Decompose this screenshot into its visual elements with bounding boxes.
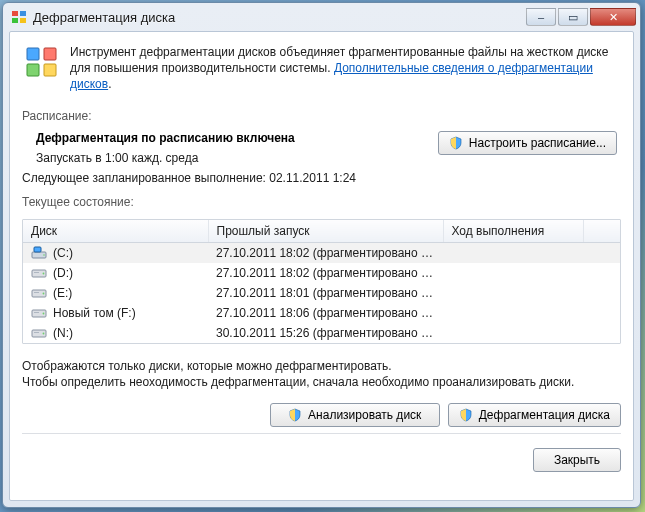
cell-last-run: 27.10.2011 18:02 (фрагментировано 0%) (208, 242, 443, 263)
intro-section: Инструмент дефрагментации дисков объедин… (22, 42, 621, 99)
close-window-button[interactable]: Закрыть (533, 448, 621, 472)
schedule-status: Дефрагментация по расписанию включена (36, 131, 428, 145)
minimize-button[interactable]: – (526, 8, 556, 26)
close-row: Закрыть (22, 442, 621, 472)
svg-rect-1 (20, 11, 26, 16)
title-bar[interactable]: Дефрагментация диска – ▭ ✕ (3, 3, 640, 31)
table-row[interactable]: (E:)27.10.2011 18:01 (фрагментировано 0%… (23, 283, 620, 303)
svg-rect-3 (20, 18, 26, 23)
cell-spacer (583, 242, 620, 263)
svg-point-12 (43, 272, 45, 274)
table-row[interactable]: (D:)27.10.2011 18:02 (фрагментировано 0%… (23, 263, 620, 283)
close-label: Закрыть (554, 453, 600, 467)
drive-icon (31, 246, 47, 260)
svg-rect-13 (34, 272, 39, 273)
schedule-label: Расписание: (22, 109, 621, 123)
col-disk[interactable]: Диск (23, 220, 208, 243)
drive-name: (C:) (53, 246, 73, 260)
defrag-label: Дефрагментация диска (479, 408, 610, 422)
schedule-next-run: Следующее запланированное выполнение: 02… (22, 171, 428, 185)
svg-point-21 (43, 332, 45, 334)
close-button[interactable]: ✕ (590, 8, 636, 26)
intro-text-after: . (108, 77, 111, 91)
drive-name: (D:) (53, 266, 73, 280)
schedule-info: Дефрагментация по расписанию включена За… (36, 131, 428, 185)
cell-disk: (D:) (23, 263, 208, 283)
col-last-run[interactable]: Прошлый запуск (208, 220, 443, 243)
disk-table-container: Диск Прошлый запуск Ход выполнения (C:)2… (22, 219, 621, 344)
configure-schedule-label: Настроить расписание... (469, 136, 606, 150)
cell-disk: (N:) (23, 323, 208, 343)
svg-rect-7 (44, 64, 56, 76)
svg-rect-22 (34, 332, 39, 333)
svg-rect-2 (12, 18, 18, 23)
svg-rect-4 (27, 48, 39, 60)
drive-name: Новый том (F:) (53, 306, 136, 320)
drive-name: (E:) (53, 286, 72, 300)
svg-point-9 (43, 254, 45, 256)
cell-disk: (C:) (23, 242, 208, 263)
action-buttons: Анализировать диск Дефрагментация диска (22, 399, 621, 434)
cell-disk: Новый том (F:) (23, 303, 208, 323)
window-buttons: – ▭ ✕ (526, 8, 636, 26)
cell-progress (443, 323, 583, 343)
current-state-label: Текущее состояние: (22, 195, 621, 209)
cell-disk: (E:) (23, 283, 208, 303)
cell-spacer (583, 263, 620, 283)
svg-rect-16 (34, 292, 39, 293)
footer-line1: Отображаются только диски, которые можно… (22, 358, 621, 375)
table-header-row: Диск Прошлый запуск Ход выполнения (23, 220, 620, 243)
svg-point-15 (43, 292, 45, 294)
shield-icon (459, 408, 473, 422)
drive-icon (31, 266, 47, 280)
analyze-label: Анализировать диск (308, 408, 421, 422)
svg-point-18 (43, 312, 45, 314)
svg-rect-0 (12, 11, 18, 16)
defrag-icon (24, 44, 60, 80)
shield-icon (288, 408, 302, 422)
cell-progress (443, 242, 583, 263)
close-icon: ✕ (609, 12, 618, 23)
analyze-button[interactable]: Анализировать диск (270, 403, 440, 427)
table-row[interactable]: Новый том (F:)27.10.2011 18:06 (фрагмент… (23, 303, 620, 323)
footer-line2: Чтобы определить неоходимость дефрагмент… (22, 374, 621, 391)
client-area: Инструмент дефрагментации дисков объедин… (9, 31, 634, 501)
minimize-icon: – (538, 12, 544, 23)
svg-rect-10 (34, 247, 41, 252)
cell-progress (443, 283, 583, 303)
cell-last-run: 27.10.2011 18:01 (фрагментировано 0%) (208, 283, 443, 303)
col-progress[interactable]: Ход выполнения (443, 220, 583, 243)
cell-spacer (583, 283, 620, 303)
cell-progress (443, 303, 583, 323)
disk-table: Диск Прошлый запуск Ход выполнения (C:)2… (23, 220, 620, 343)
drive-icon (31, 326, 47, 340)
svg-rect-5 (44, 48, 56, 60)
cell-last-run: 30.10.2011 15:26 (фрагментировано 0%) (208, 323, 443, 343)
drive-icon (31, 306, 47, 320)
window-title: Дефрагментация диска (33, 10, 520, 25)
schedule-runs-at: Запускать в 1:00 кажд. среда (36, 151, 428, 165)
shield-icon (449, 136, 463, 150)
configure-schedule-button[interactable]: Настроить расписание... (438, 131, 617, 155)
defrag-button[interactable]: Дефрагментация диска (448, 403, 621, 427)
footer-note: Отображаются только диски, которые можно… (22, 358, 621, 392)
cell-last-run: 27.10.2011 18:02 (фрагментировано 0%) (208, 263, 443, 283)
defrag-window: Дефрагментация диска – ▭ ✕ Инструмент де… (2, 2, 641, 508)
svg-rect-19 (34, 312, 39, 313)
drive-icon (31, 286, 47, 300)
cell-spacer (583, 323, 620, 343)
table-row[interactable]: (N:)30.10.2011 15:26 (фрагментировано 0%… (23, 323, 620, 343)
drive-name: (N:) (53, 326, 73, 340)
schedule-section: Дефрагментация по расписанию включена За… (22, 131, 621, 185)
maximize-icon: ▭ (568, 12, 578, 23)
svg-rect-6 (27, 64, 39, 76)
table-row[interactable]: (C:)27.10.2011 18:02 (фрагментировано 0%… (23, 242, 620, 263)
cell-spacer (583, 303, 620, 323)
maximize-button[interactable]: ▭ (558, 8, 588, 26)
cell-last-run: 27.10.2011 18:06 (фрагментировано 0%) (208, 303, 443, 323)
col-spacer (583, 220, 620, 243)
app-icon (11, 9, 27, 25)
cell-progress (443, 263, 583, 283)
intro-text: Инструмент дефрагментации дисков объедин… (70, 44, 619, 93)
